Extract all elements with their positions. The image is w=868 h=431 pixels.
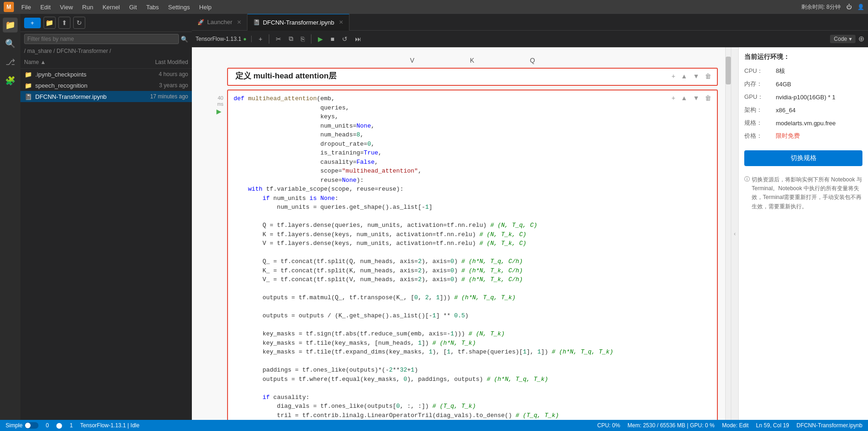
file-name: .ipynb_checkpoints	[35, 71, 128, 78]
column-modified[interactable]: Last Modified	[128, 57, 188, 67]
price-label: 价格：	[744, 132, 772, 140]
file-item-speech[interactable]: 📁 speech_recognition 3 years ago	[20, 80, 192, 91]
tab-close-launcher[interactable]: ✕	[237, 19, 241, 26]
folder-button[interactable]: 📁	[44, 17, 56, 29]
menu-file[interactable]: File	[18, 3, 35, 12]
cell-title-actions: + ▲ ▼ 🗑	[670, 71, 713, 81]
gpu-value: nvidia-p100(16GB) * 1	[776, 94, 836, 101]
code-cell: 40 ms ▶ + ▲ ▼ 🗑 def multihead_attention(…	[199, 90, 718, 420]
folder-icon: 📁	[24, 81, 32, 90]
new-button[interactable]: + +	[24, 18, 41, 28]
cell-body[interactable]: + ▲ ▼ 🗑 def multihead_attention(emb, que…	[227, 90, 718, 420]
code-line-17: Q_ = tf.concat(tf.split(Q, num_heads, ax…	[234, 257, 711, 266]
menu-tabs[interactable]: Tabs	[142, 3, 162, 12]
delete-cell-btn[interactable]: 🗑	[703, 93, 713, 103]
tab-notebook[interactable]: 📓 DFCNN-Transformer.ipynb ✕	[247, 14, 349, 31]
tab-launcher[interactable]: 🚀 Launcher ✕	[192, 14, 247, 31]
refresh-button[interactable]: ↻	[73, 17, 85, 29]
notebook-scroll-area[interactable]: V K Q 定义 multi-head attention层 + ▲ ▼ 🗑	[192, 47, 725, 420]
cell-add-above-btn[interactable]: +	[670, 71, 677, 81]
move-down-btn[interactable]: ▼	[691, 93, 701, 103]
cell-run-button[interactable]: ▶	[214, 107, 223, 116]
add-cell-button[interactable]: +	[256, 34, 265, 44]
filename-status: DFCNN-Transformer.ipynb	[797, 422, 862, 429]
info-row-spec: 规格： modelarts.vm.gpu.free	[744, 119, 862, 127]
tab-label: DFCNN-Transformer.ipynb	[263, 19, 334, 26]
file-item-checkpoints[interactable]: 📁 .ipynb_checkpoints 4 hours ago	[20, 69, 192, 80]
cell-delete-btn[interactable]: 🗑	[703, 71, 713, 81]
activity-git-icon[interactable]: ⎇	[3, 55, 18, 70]
col-k-label: K	[470, 57, 474, 64]
col-v-label: V	[410, 57, 414, 64]
switch-spec-button[interactable]: 切换规格	[744, 150, 862, 166]
activity-bar: 📁 🔍 ⎇ 🧩	[0, 14, 20, 420]
kernel-status-circle: ●	[243, 36, 247, 42]
add-above-btn[interactable]: +	[670, 93, 677, 103]
spec-label: 规格：	[744, 119, 772, 127]
paste-button[interactable]: ⎘	[298, 34, 307, 44]
status-bar-right: CPU: 0% Mem: 2530 / 65536 MB | GPU: 0 % …	[597, 422, 862, 429]
upload-button[interactable]: ⬆	[58, 17, 70, 29]
status-circle: ⬤	[56, 422, 62, 429]
file-name: DFCNN-Transformer.ipynb	[35, 93, 128, 100]
code-line-blank-2	[234, 248, 711, 257]
user-icon[interactable]: 👤	[857, 4, 864, 10]
plus-icon: +	[31, 19, 34, 26]
code-line-11: with tf.variable_scope(scope, reuse=reus…	[234, 185, 711, 194]
mode-status: Mode: Edit	[722, 422, 748, 429]
code-line-4: num_units=None,	[234, 122, 711, 131]
vertical-scrollbar[interactable]	[725, 47, 731, 420]
cell-type-selector[interactable]: Code ▾	[830, 35, 855, 43]
stop-button[interactable]: ■	[328, 34, 336, 44]
activity-extensions-icon[interactable]: 🧩	[3, 73, 18, 88]
code-content[interactable]: def multihead_attention(emb, queries, ke…	[228, 90, 717, 420]
fast-forward-button[interactable]: ⏭	[353, 34, 364, 44]
code-line-15: K = tf.layers.dense(keys, num_units, act…	[234, 230, 711, 239]
restart-button[interactable]: ↺	[340, 34, 350, 44]
menu-kernel[interactable]: Kernel	[99, 3, 124, 12]
cell-move-up-btn[interactable]: ▲	[679, 71, 689, 81]
code-line-12: if num_units is None:	[234, 194, 711, 203]
code-line-6: dropout_rate=0,	[234, 140, 711, 149]
share-button[interactable]: ⊕	[858, 34, 864, 43]
file-item-notebook[interactable]: 📓 DFCNN-Transformer.ipynb 17 minutes ago	[20, 91, 192, 102]
menu-help[interactable]: Help	[196, 3, 215, 12]
file-modified: 17 minutes ago	[128, 93, 188, 100]
search-input[interactable]	[24, 34, 179, 44]
menu-git[interactable]: Git	[126, 3, 141, 12]
file-list: 📁 .ipynb_checkpoints 4 hours ago 📁 speec…	[20, 69, 192, 420]
cell-time-unit: ms	[217, 102, 223, 107]
info-row-arch: 架构： x86_64	[744, 106, 862, 114]
notice-text: 切换资源后，将影响实例下所有 Notebook 与 Terminal。Noteb…	[752, 175, 862, 211]
run-button[interactable]: ▶	[316, 34, 325, 44]
notebook-tab-icon: 📓	[253, 19, 260, 26]
notebook-icon: 📓	[24, 92, 32, 101]
code-line-25: paddings = tf.ones_like(outputs)*(-2**32…	[234, 366, 711, 375]
code-line-3: keys,	[234, 112, 711, 122]
code-line-blank-5	[234, 321, 711, 330]
mem-status: Mem: 2530 / 65536 MB | GPU: 0 %	[627, 422, 715, 429]
menu-run[interactable]: Run	[78, 3, 97, 12]
scrollbar-thumb[interactable]	[726, 57, 731, 84]
toggle-track[interactable]	[25, 422, 38, 429]
simple-mode-toggle[interactable]: Simple	[6, 422, 38, 429]
menu-settings[interactable]: Settings	[165, 3, 194, 12]
power-icon[interactable]: ⏻	[846, 4, 852, 10]
code-line-7: is_training=True,	[234, 148, 711, 158]
column-name[interactable]: Name ▲	[24, 57, 128, 67]
panel-collapse-button[interactable]: ‹	[731, 47, 738, 420]
menu-edit[interactable]: Edit	[37, 3, 54, 12]
sidebar-toolbar: + + 📁 ⬆ ↻	[20, 14, 192, 32]
activity-search-icon[interactable]: 🔍	[3, 36, 18, 51]
tab-label: Launcher	[207, 19, 232, 26]
move-up-btn[interactable]: ▲	[679, 93, 689, 103]
right-panel-title: 当前运行环境：	[744, 53, 862, 61]
menu-view[interactable]: View	[56, 3, 76, 12]
activity-folder-icon[interactable]: 📁	[3, 18, 18, 32]
cell-move-down-btn[interactable]: ▼	[691, 71, 701, 81]
tab-close-notebook[interactable]: ✕	[339, 19, 343, 26]
code-line-28: diag_vals = tf.ones_like(outputs[0, :, :…	[234, 402, 711, 411]
cut-button[interactable]: ✂	[273, 34, 284, 44]
copy-button[interactable]: ⧉	[286, 34, 296, 44]
code-line-21: outputs = outputs / (K_.get_shape().as_l…	[234, 311, 711, 321]
